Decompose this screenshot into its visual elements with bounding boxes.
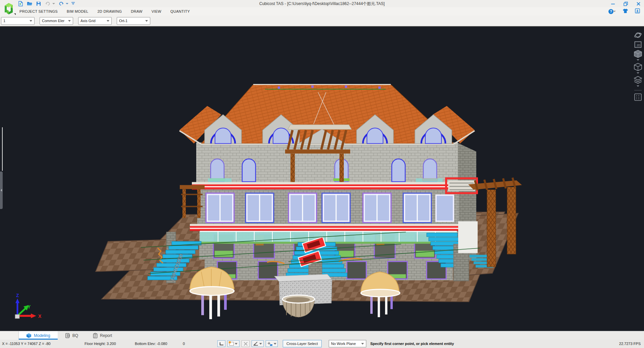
wireframe-view-icon[interactable]: [634, 63, 642, 71]
svg-text:2D: 2D: [637, 44, 640, 47]
window-title: Cubicost TAS - [C:\Users\liyq-f\Desktop\…: [0, 0, 644, 7]
left-panel-collapse-handle[interactable]: [0, 171, 3, 209]
axis-triad: Z Y X: [15, 293, 42, 319]
cursor-coordinates: X = -11053 Y = 74067 Z = -80: [2, 340, 51, 348]
app-logo-icon[interactable]: [2, 1, 15, 15]
chevron-down-icon: [145, 20, 148, 22]
chevron-down-icon: [30, 20, 32, 22]
help-dropdown-arrow[interactable]: [613, 11, 616, 12]
chevron-down-icon: [235, 343, 237, 345]
menu-2d-drawing[interactable]: 2D DRAWING: [97, 9, 122, 13]
modeling-cube-icon: [26, 333, 32, 338]
tab-modeling-label: Modeling: [34, 333, 50, 338]
x-cross-icon: [244, 342, 248, 346]
floor-height-readout: Floor Height: 3.200: [85, 340, 116, 348]
view-preset-select[interactable]: Ort-1: [117, 17, 150, 25]
chevron-down-icon: [107, 20, 109, 22]
cross-layer-select-button[interactable]: Cross-Layer Select: [283, 340, 322, 347]
tab-report-label: Report: [100, 333, 112, 338]
menu-bim-model[interactable]: BIM MODEL: [67, 9, 88, 13]
parasol-table-right: [361, 272, 400, 317]
axis-z-label: Z: [16, 293, 19, 298]
clear-selection-button[interactable]: [241, 340, 250, 347]
help-icon[interactable]: ?: [608, 9, 613, 14]
menu-quantity[interactable]: QUANTITY: [170, 9, 190, 13]
app-window: Cubicost TAS - [C:\Users\liyq-f\Desktop\…: [0, 0, 644, 348]
layers-dropdown-arrow[interactable]: [637, 85, 639, 87]
region-snap-button[interactable]: [227, 340, 239, 347]
right-angle-icon: [220, 342, 223, 345]
model-canvas[interactable]: 15tH0O3000: [0, 27, 644, 331]
status-bar: X = -11053 Y = 74067 Z = -80 Floor Heigh…: [0, 340, 644, 348]
ortho-mode-button[interactable]: [217, 340, 225, 347]
layers-icon[interactable]: [634, 76, 642, 84]
rect-select-icon: [229, 342, 234, 346]
snap-point-icon: [267, 342, 273, 346]
wireframe-view-dropdown-arrow[interactable]: [637, 72, 639, 74]
view-nav-toolbar: 2D: [633, 31, 643, 102]
download-icon[interactable]: [635, 8, 640, 15]
shaded-view-icon[interactable]: [634, 50, 642, 58]
view-2d-icon[interactable]: 2D: [634, 40, 642, 49]
tabbar-corner: [0, 331, 19, 340]
orbit-icon[interactable]: [634, 31, 642, 40]
element-type-select[interactable]: Common Eler: [40, 17, 73, 25]
wicker-basket: [282, 295, 315, 317]
close-button[interactable]: [636, 1, 641, 6]
title-bar: Cubicost TAS - [C:\Users\liyq-f\Desktop\…: [0, 0, 644, 7]
axis-y-label: Y: [28, 304, 31, 309]
menu-view[interactable]: VIEW: [152, 9, 161, 13]
restore-button[interactable]: [623, 1, 628, 6]
bq-document-icon: [65, 333, 70, 338]
angle-snap-button[interactable]: [252, 340, 264, 347]
bottom-elevation-readout: Bottom Elev: -0.080: [135, 340, 167, 348]
tab-bq-label: BQ: [72, 333, 78, 338]
point-snap-button[interactable]: [266, 340, 278, 347]
minimize-button[interactable]: [610, 1, 615, 6]
report-clipboard-icon: [93, 333, 98, 338]
angle-icon: [253, 342, 258, 346]
skin-icon[interactable]: [623, 8, 628, 15]
tab-bq[interactable]: BQ: [58, 331, 86, 340]
chevron-down-icon: [68, 20, 71, 22]
tab-modeling[interactable]: Modeling: [19, 331, 58, 340]
left-panel-splitter[interactable]: [2, 127, 3, 171]
fps-readout: 22.7273 FPS: [619, 340, 641, 348]
workspace-tabbar: Modeling BQ Report: [0, 331, 644, 340]
tab-report[interactable]: Report: [86, 331, 119, 340]
element-select[interactable]: Axis Grid: [78, 17, 112, 25]
menu-draw[interactable]: DRAW: [131, 9, 142, 13]
viewport-3d[interactable]: 15tH0O3000: [0, 27, 644, 331]
logo-menu-arrow[interactable]: [14, 13, 16, 15]
header-right-icons: ?: [608, 7, 640, 15]
chevron-down-icon: [361, 343, 364, 345]
floor-select[interactable]: 1: [1, 17, 35, 25]
chevron-down-icon: [259, 343, 262, 345]
command-prompt-message: Specify first corner point, or pick elem…: [370, 340, 454, 348]
axis-x-label: X: [38, 314, 42, 319]
menu-project-settings[interactable]: PROJECT SETTINGS: [19, 9, 58, 13]
chevron-down-icon: [274, 343, 276, 345]
nav-tools-divider: [634, 90, 642, 90]
menu-bar: PROJECT SETTINGS BIM MODEL 2D DRAWING DR…: [0, 7, 644, 15]
selection-count: 0: [183, 340, 185, 348]
shaded-view-dropdown-arrow[interactable]: [637, 59, 639, 61]
schedule-grid-icon[interactable]: [634, 93, 642, 101]
element-toolbar: 1 Common Eler Axis Grid Ort-1: [0, 15, 644, 27]
parasol-table-left: [190, 267, 234, 319]
work-plane-select[interactable]: No Work Plane: [329, 340, 366, 347]
window-controls: [610, 0, 641, 7]
